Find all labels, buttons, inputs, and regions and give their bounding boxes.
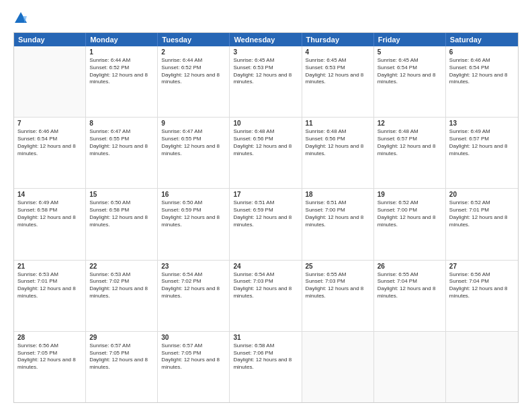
day-info: Sunrise: 6:49 AM Sunset: 6:57 PM Dayligh…	[449, 128, 515, 157]
header-day-sunday: Sunday	[14, 33, 86, 46]
calendar-cell-4: 4Sunrise: 6:45 AM Sunset: 6:53 PM Daylig…	[302, 46, 374, 117]
calendar-cell-31: 31Sunrise: 6:58 AM Sunset: 7:06 PM Dayli…	[230, 332, 302, 402]
day-number: 1	[89, 48, 154, 56]
calendar-cell-empty	[374, 332, 446, 402]
day-info: Sunrise: 6:46 AM Sunset: 6:54 PM Dayligh…	[17, 128, 82, 157]
calendar-cell-13: 13Sunrise: 6:49 AM Sunset: 6:57 PM Dayli…	[446, 118, 518, 188]
day-number: 13	[449, 120, 515, 127]
day-number: 31	[233, 334, 298, 341]
calendar-cell-24: 24Sunrise: 6:54 AM Sunset: 7:03 PM Dayli…	[230, 261, 302, 331]
calendar-cell-10: 10Sunrise: 6:48 AM Sunset: 6:56 PM Dayli…	[230, 118, 302, 188]
day-info: Sunrise: 6:58 AM Sunset: 7:06 PM Dayligh…	[233, 342, 298, 371]
header-day-wednesday: Wednesday	[230, 33, 302, 46]
day-info: Sunrise: 6:52 AM Sunset: 7:01 PM Dayligh…	[449, 199, 515, 228]
calendar-cell-17: 17Sunrise: 6:51 AM Sunset: 6:59 PM Dayli…	[230, 189, 302, 259]
calendar-cell-8: 8Sunrise: 6:47 AM Sunset: 6:55 PM Daylig…	[86, 118, 158, 188]
calendar-cell-29: 29Sunrise: 6:57 AM Sunset: 7:05 PM Dayli…	[86, 332, 158, 402]
calendar: SundayMondayTuesdayWednesdayThursdayFrid…	[13, 32, 519, 403]
calendar-cell-14: 14Sunrise: 6:49 AM Sunset: 6:58 PM Dayli…	[14, 189, 86, 259]
day-number: 7	[17, 120, 82, 127]
calendar-cell-25: 25Sunrise: 6:55 AM Sunset: 7:03 PM Dayli…	[302, 261, 374, 331]
page-header	[13, 11, 519, 26]
calendar-cell-3: 3Sunrise: 6:45 AM Sunset: 6:53 PM Daylig…	[230, 46, 302, 117]
day-number: 6	[449, 48, 515, 56]
calendar-cell-9: 9Sunrise: 6:47 AM Sunset: 6:55 PM Daylig…	[158, 118, 230, 188]
day-info: Sunrise: 6:47 AM Sunset: 6:55 PM Dayligh…	[161, 128, 226, 157]
calendar-row: 1Sunrise: 6:44 AM Sunset: 6:52 PM Daylig…	[14, 46, 518, 118]
logo-icon	[13, 11, 28, 26]
day-info: Sunrise: 6:56 AM Sunset: 7:05 PM Dayligh…	[17, 342, 82, 371]
day-number: 22	[89, 263, 154, 270]
day-number: 19	[378, 191, 442, 198]
day-number: 4	[306, 48, 370, 56]
day-info: Sunrise: 6:51 AM Sunset: 6:59 PM Dayligh…	[233, 199, 298, 228]
calendar-cell-2: 2Sunrise: 6:44 AM Sunset: 6:52 PM Daylig…	[158, 46, 230, 117]
calendar-cell-26: 26Sunrise: 6:55 AM Sunset: 7:04 PM Dayli…	[374, 261, 446, 331]
day-number: 11	[306, 120, 370, 127]
day-info: Sunrise: 6:48 AM Sunset: 6:57 PM Dayligh…	[378, 128, 442, 157]
day-info: Sunrise: 6:53 AM Sunset: 7:02 PM Dayligh…	[89, 271, 154, 300]
day-info: Sunrise: 6:50 AM Sunset: 6:58 PM Dayligh…	[89, 199, 154, 228]
calendar-cell-22: 22Sunrise: 6:53 AM Sunset: 7:02 PM Dayli…	[86, 261, 158, 331]
calendar-row: 7Sunrise: 6:46 AM Sunset: 6:54 PM Daylig…	[14, 118, 518, 189]
day-number: 21	[17, 263, 82, 270]
day-info: Sunrise: 6:51 AM Sunset: 7:00 PM Dayligh…	[306, 199, 370, 228]
day-number: 24	[233, 263, 298, 270]
calendar-cell-12: 12Sunrise: 6:48 AM Sunset: 6:57 PM Dayli…	[374, 118, 446, 188]
calendar-header: SundayMondayTuesdayWednesdayThursdayFrid…	[14, 33, 518, 46]
day-info: Sunrise: 6:55 AM Sunset: 7:03 PM Dayligh…	[306, 271, 370, 300]
day-number: 9	[161, 120, 226, 127]
calendar-body: 1Sunrise: 6:44 AM Sunset: 6:52 PM Daylig…	[14, 46, 518, 402]
day-info: Sunrise: 6:44 AM Sunset: 6:52 PM Dayligh…	[161, 57, 226, 86]
calendar-cell-18: 18Sunrise: 6:51 AM Sunset: 7:00 PM Dayli…	[302, 189, 374, 259]
calendar-cell-19: 19Sunrise: 6:52 AM Sunset: 7:00 PM Dayli…	[374, 189, 446, 259]
day-info: Sunrise: 6:48 AM Sunset: 6:56 PM Dayligh…	[233, 128, 298, 157]
day-number: 10	[233, 120, 298, 127]
logo	[13, 11, 28, 26]
calendar-cell-6: 6Sunrise: 6:46 AM Sunset: 6:54 PM Daylig…	[446, 46, 518, 117]
header-day-thursday: Thursday	[302, 33, 374, 46]
day-number: 25	[306, 263, 370, 270]
day-info: Sunrise: 6:45 AM Sunset: 6:54 PM Dayligh…	[378, 57, 442, 86]
day-info: Sunrise: 6:52 AM Sunset: 7:00 PM Dayligh…	[378, 199, 442, 228]
day-info: Sunrise: 6:57 AM Sunset: 7:05 PM Dayligh…	[89, 342, 154, 371]
header-day-friday: Friday	[374, 33, 446, 46]
day-number: 12	[378, 120, 442, 127]
day-number: 23	[161, 263, 226, 270]
day-number: 17	[233, 191, 298, 198]
day-info: Sunrise: 6:54 AM Sunset: 7:02 PM Dayligh…	[161, 271, 226, 300]
day-info: Sunrise: 6:45 AM Sunset: 6:53 PM Dayligh…	[233, 57, 298, 86]
calendar-row: 28Sunrise: 6:56 AM Sunset: 7:05 PM Dayli…	[14, 332, 518, 402]
calendar-cell-28: 28Sunrise: 6:56 AM Sunset: 7:05 PM Dayli…	[14, 332, 86, 402]
day-number: 14	[17, 191, 82, 198]
day-number: 28	[17, 334, 82, 341]
calendar-cell-empty	[14, 46, 86, 117]
day-number: 27	[449, 263, 515, 270]
day-info: Sunrise: 6:50 AM Sunset: 6:59 PM Dayligh…	[161, 199, 226, 228]
day-info: Sunrise: 6:57 AM Sunset: 7:05 PM Dayligh…	[161, 342, 226, 371]
day-number: 15	[89, 191, 154, 198]
calendar-cell-5: 5Sunrise: 6:45 AM Sunset: 6:54 PM Daylig…	[374, 46, 446, 117]
day-number: 30	[161, 334, 226, 341]
calendar-cell-15: 15Sunrise: 6:50 AM Sunset: 6:58 PM Dayli…	[86, 189, 158, 259]
day-info: Sunrise: 6:47 AM Sunset: 6:55 PM Dayligh…	[89, 128, 154, 157]
day-info: Sunrise: 6:55 AM Sunset: 7:04 PM Dayligh…	[378, 271, 442, 300]
day-number: 2	[161, 48, 226, 56]
day-number: 3	[233, 48, 298, 56]
calendar-cell-empty	[446, 332, 518, 402]
header-day-monday: Monday	[86, 33, 158, 46]
calendar-cell-30: 30Sunrise: 6:57 AM Sunset: 7:05 PM Dayli…	[158, 332, 230, 402]
calendar-cell-21: 21Sunrise: 6:53 AM Sunset: 7:01 PM Dayli…	[14, 261, 86, 331]
calendar-cell-1: 1Sunrise: 6:44 AM Sunset: 6:52 PM Daylig…	[86, 46, 158, 117]
calendar-cell-20: 20Sunrise: 6:52 AM Sunset: 7:01 PM Dayli…	[446, 189, 518, 259]
calendar-cell-16: 16Sunrise: 6:50 AM Sunset: 6:59 PM Dayli…	[158, 189, 230, 259]
calendar-cell-empty	[302, 332, 374, 402]
day-info: Sunrise: 6:48 AM Sunset: 6:56 PM Dayligh…	[306, 128, 370, 157]
calendar-cell-27: 27Sunrise: 6:56 AM Sunset: 7:04 PM Dayli…	[446, 261, 518, 331]
day-info: Sunrise: 6:49 AM Sunset: 6:58 PM Dayligh…	[17, 199, 82, 228]
day-number: 16	[161, 191, 226, 198]
calendar-row: 21Sunrise: 6:53 AM Sunset: 7:01 PM Dayli…	[14, 261, 518, 332]
day-info: Sunrise: 6:54 AM Sunset: 7:03 PM Dayligh…	[233, 271, 298, 300]
day-number: 8	[89, 120, 154, 127]
day-number: 20	[449, 191, 515, 198]
